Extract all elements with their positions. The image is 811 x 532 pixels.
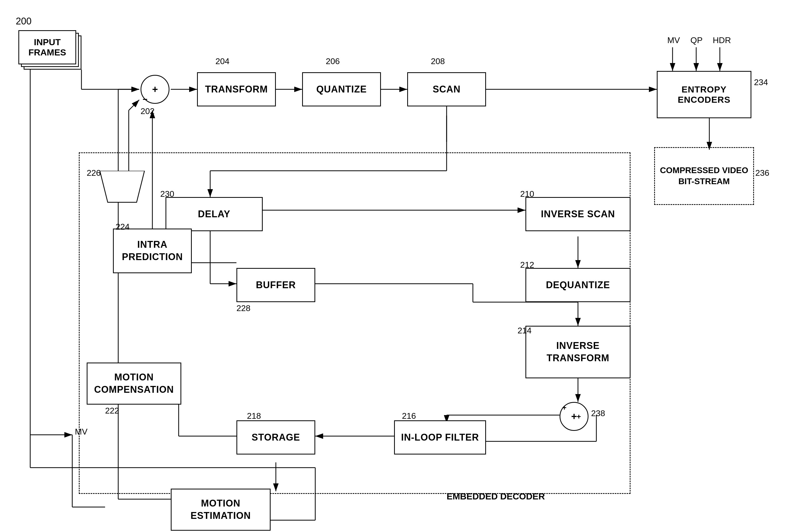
embedded-decoder-label: EMBEDDED DECODER (447, 491, 545, 502)
entropy-encoders-block: ENTROPY ENCODERS (657, 71, 751, 118)
compressed-video-block: COMPRESSED VIDEO BIT-STREAM (654, 147, 754, 205)
ref-222: 222 (105, 406, 119, 416)
motion-estimation-block: MOTION ESTIMATION (171, 489, 271, 531)
storage-block: STORAGE (236, 420, 315, 455)
ref-202: 202 (140, 106, 154, 116)
dequantize-block: DEQUANTIZE (525, 268, 630, 302)
adder-minus: − (143, 95, 148, 104)
ref-206: 206 (326, 57, 340, 66)
svg-marker-50 (100, 171, 144, 202)
adder238-plus2: + (577, 412, 581, 421)
ref-224: 224 (116, 222, 129, 232)
ref-238: 238 (591, 409, 605, 418)
svg-line-48 (129, 100, 139, 110)
scan-block: SCAN (407, 72, 486, 106)
ref-234: 234 (754, 77, 768, 87)
inverse-transform-block: INVERSE TRANSFORM (525, 326, 630, 378)
mv-label-top: MV (667, 35, 680, 45)
mv-out-label: MV (75, 427, 88, 437)
in-loop-filter-block: IN-LOOP FILTER (394, 420, 486, 455)
ref-226: 226 (87, 168, 101, 178)
quantize-block: QUANTIZE (302, 72, 381, 106)
ref-218: 218 (247, 411, 261, 421)
ref-230: 230 (160, 189, 174, 199)
mux-226 (92, 171, 152, 205)
ref-204: 204 (215, 57, 229, 66)
ref-214: 214 (518, 326, 532, 335)
ref-212: 212 (520, 260, 534, 270)
qp-label-top: QP (690, 35, 703, 45)
buffer-block: BUFFER (236, 268, 315, 302)
input-frames-label: INPUT FRAMES (19, 37, 75, 58)
intra-prediction-block: INTRA PREDICTION (113, 229, 192, 273)
ref-200: 200 (16, 16, 32, 27)
ref-228: 228 (236, 303, 250, 313)
adder238-plus1: + (562, 404, 566, 412)
motion-compensation-block: MOTION COMPENSATION (87, 363, 181, 405)
ref-210: 210 (520, 189, 534, 199)
ref-216: 216 (402, 411, 416, 421)
inverse-scan-block: INVERSE SCAN (525, 197, 630, 231)
ref-208: 208 (431, 57, 445, 66)
transform-block: TRANSFORM (197, 72, 276, 106)
hdr-label-top: HDR (713, 35, 731, 45)
ref-236: 236 (755, 168, 769, 178)
delay-block: DELAY (166, 197, 263, 231)
diagram: 200 INPUT FRAMES + 202 − TRANSFORM 204 Q… (0, 0, 811, 532)
